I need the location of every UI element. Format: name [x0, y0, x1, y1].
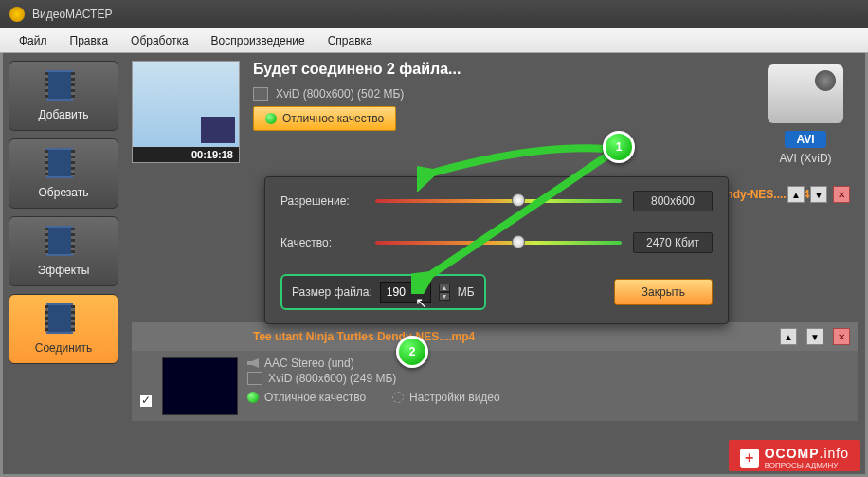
film-join-icon: [46, 303, 81, 338]
video-codec-icon: [253, 87, 268, 101]
effects-button[interactable]: Эффекты: [9, 216, 118, 286]
quality-label: Качество:: [280, 236, 364, 249]
close-button[interactable]: Закрыть: [614, 279, 713, 305]
join-label: Соединить: [35, 341, 93, 355]
file2-audio: AAC Stereo (und): [264, 357, 354, 370]
cut-label: Обрезать: [39, 186, 89, 199]
move-down-button[interactable]: ▼: [810, 186, 827, 203]
output-format[interactable]: AVI AVI (XviD): [753, 61, 858, 169]
duration-label: 00:19:18: [133, 147, 239, 162]
menu-help[interactable]: Справка: [316, 30, 384, 51]
move-up-button[interactable]: ▲: [787, 186, 805, 203]
menu-bar: Файл Правка Обработка Воспроизведение Сп…: [0, 28, 868, 53]
menu-file[interactable]: Файл: [8, 30, 59, 51]
move-up-button-2[interactable]: ▲: [780, 328, 797, 345]
title-bar: ВидеоМАСТЕР: [0, 0, 868, 28]
app-title: ВидеоМАСТЕР: [32, 8, 112, 21]
resolution-label: Разрешение:: [280, 194, 364, 208]
menu-play[interactable]: Воспроизведение: [200, 30, 316, 51]
plus-icon: +: [740, 449, 759, 468]
file2-settings-link[interactable]: Настройки видео: [409, 391, 500, 404]
file2-video: XviD (800x600) (249 МБ): [268, 372, 396, 385]
video-codec-icon-2: [247, 372, 262, 385]
file2-header-row[interactable]: Tee utant Ninja Turtles Dendy-NES....mp4…: [132, 322, 858, 351]
add-label: Добавить: [38, 108, 88, 121]
format-tag: AVI: [785, 131, 825, 148]
quality-dot-icon-2: [247, 392, 259, 403]
cursor-icon: ↖: [415, 294, 427, 312]
quality-value: 2470 Кбит: [633, 232, 713, 253]
summary-codec-line: XviD (800x600) (502 МБ): [253, 87, 740, 101]
cut-button[interactable]: Обрезать: [9, 138, 118, 209]
wm-sub: ВОПРОСЫ АДМИНУ: [765, 461, 849, 469]
file2-details: AAC Stereo (und) XviD (800x600) (249 МБ)…: [132, 351, 858, 421]
camera-icon: [768, 64, 843, 123]
file2-quality: Отличное качество: [264, 391, 366, 404]
remove-button[interactable]: ✕: [833, 186, 850, 203]
join-button[interactable]: Соединить: [9, 294, 118, 364]
size-label: Размер файла:: [292, 285, 372, 299]
speaker-icon: [247, 358, 259, 368]
film-fx-icon: [46, 226, 81, 260]
file1-row-buttons: ▲ ▼ ✕: [787, 186, 850, 203]
move-down-button-2[interactable]: ▼: [806, 328, 823, 345]
menu-edit[interactable]: Правка: [59, 30, 120, 51]
format-label: AVI (XviD): [757, 152, 854, 165]
remove-button-2[interactable]: ✕: [833, 328, 850, 345]
quality-text: Отличное качество: [282, 112, 384, 125]
add-button[interactable]: Добавить: [9, 61, 118, 131]
wm-tld: .info: [820, 446, 849, 461]
summary-thumbnail[interactable]: 00:19:18: [132, 61, 240, 163]
file2-checkbox[interactable]: [139, 394, 153, 408]
quality-badge[interactable]: Отличное качество: [253, 106, 396, 131]
app-logo-icon: [9, 7, 25, 22]
watermark: + OCOMP.info ВОПРОСЫ АДМИНУ: [729, 440, 860, 471]
callout-1: 1: [603, 131, 635, 163]
gear-icon: [392, 392, 404, 403]
film-add-icon: [46, 70, 81, 104]
thumbnail-image: [133, 62, 239, 147]
menu-process[interactable]: Обработка: [119, 30, 200, 51]
summary-title: Будет соединено 2 файла...: [253, 61, 740, 78]
fx-label: Эффекты: [38, 264, 90, 277]
file2-name: Tee utant Ninja Turtles Dendy-NES....mp4: [253, 330, 475, 343]
quality-dot-icon: [265, 113, 277, 124]
summary-codec: XviD (800x600) (502 МБ): [276, 87, 404, 101]
film-cut-icon: [46, 148, 81, 182]
file2-thumbnail[interactable]: [162, 357, 238, 415]
resolution-value: 800x600: [633, 191, 713, 211]
sidebar: Добавить Обрезать Эффекты Соединить: [3, 53, 124, 474]
wm-brand: OCOMP: [765, 446, 820, 461]
arrow-1b: [411, 152, 620, 294]
callout-2: 2: [396, 336, 428, 368]
